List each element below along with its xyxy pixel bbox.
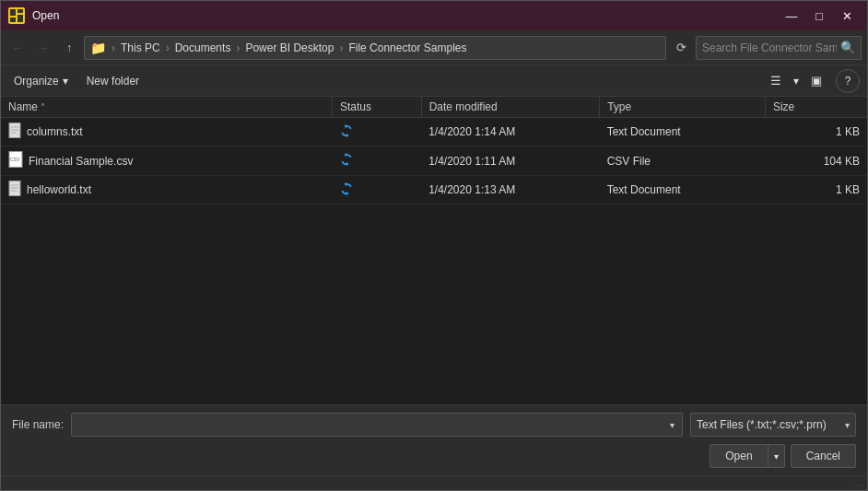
- file-size-cell: 1 KB: [765, 118, 867, 146]
- toolbar: Organize ▾ New folder ☰ ▾ ▣ ?: [1, 65, 867, 97]
- view-panel-button[interactable]: ▣: [804, 69, 828, 93]
- filetype-select-wrapper[interactable]: Text Files (*.txt;*.csv;*.prn) ▾: [690, 413, 856, 437]
- path-power-bi-desktop[interactable]: Power BI Desktop: [245, 41, 334, 54]
- filetype-dropdown-button[interactable]: ▾: [845, 420, 850, 430]
- cancel-button[interactable]: Cancel: [791, 444, 856, 468]
- open-button[interactable]: Open: [710, 444, 768, 468]
- sync-icon: [339, 126, 354, 141]
- file-date-cell: 1/4/2020 1:11 AM: [421, 146, 600, 176]
- new-folder-label: New folder: [87, 75, 139, 88]
- col-header-size[interactable]: Size: [765, 97, 867, 118]
- search-box[interactable]: 🔍: [696, 36, 862, 60]
- file-name-cell: CSVFinancial Sample.csv: [1, 146, 332, 176]
- open-dialog: Open — □ ✕ ← → ↑ 📁 › This PC › Documents…: [0, 0, 868, 491]
- refresh-button[interactable]: ⟳: [670, 37, 692, 59]
- open-dropdown-button[interactable]: ▾: [768, 444, 785, 468]
- svg-rect-4: [10, 18, 16, 22]
- path-documents[interactable]: Documents: [175, 41, 231, 54]
- file-type-cell: CSV File: [600, 146, 766, 176]
- status-dots: ...: [853, 478, 863, 488]
- bottom-bar: File name: ▾ Text Files (*.txt;*.csv;*.p…: [1, 404, 867, 475]
- address-path[interactable]: 📁 › This PC › Documents › Power BI Deskt…: [84, 36, 666, 60]
- filetype-label: Text Files (*.txt;*.csv;*.prn): [697, 418, 841, 431]
- filename-label: File name:: [12, 418, 64, 431]
- view-controls: ☰ ▾ ▣: [764, 69, 828, 93]
- svg-text:CSV: CSV: [10, 157, 20, 162]
- status-bar: ...: [1, 475, 867, 490]
- filename-input-wrapper[interactable]: ▾: [71, 413, 683, 437]
- path-this-pc[interactable]: This PC: [121, 41, 160, 54]
- file-table-header: Name ˄ Status Date modified Type Size: [1, 97, 867, 118]
- svg-rect-2: [18, 9, 23, 13]
- file-name-cell: columns.txt: [1, 118, 332, 146]
- file-area[interactable]: Name ˄ Status Date modified Type Size: [1, 97, 867, 404]
- col-header-status[interactable]: Status: [332, 97, 421, 118]
- path-file-connector-samples[interactable]: File Connector Samples: [348, 41, 466, 54]
- file-icon: [8, 181, 21, 199]
- file-table: Name ˄ Status Date modified Type Size: [1, 97, 867, 205]
- dialog-title: Open: [32, 9, 779, 22]
- file-type-cell: Text Document: [600, 176, 766, 205]
- file-size-cell: 1 KB: [765, 176, 867, 205]
- sync-icon: [339, 184, 354, 199]
- organize-dropdown-icon: ▾: [63, 75, 68, 88]
- file-name-text: Financial Sample.csv: [29, 155, 133, 168]
- help-button[interactable]: ?: [836, 69, 860, 93]
- file-name-text: columns.txt: [27, 125, 83, 138]
- sync-icon: [339, 155, 354, 170]
- file-name-cell: helloworld.txt: [1, 176, 332, 205]
- organize-label: Organize: [14, 75, 59, 88]
- file-status-cell: [332, 146, 421, 176]
- table-row[interactable]: CSVFinancial Sample.csv1/4/2020 1:11 AMC…: [1, 146, 867, 176]
- maximize-button[interactable]: □: [806, 3, 832, 29]
- folder-icon: 📁: [90, 41, 106, 55]
- address-bar: ← → ↑ 📁 › This PC › Documents › Power BI…: [1, 30, 867, 65]
- file-type-cell: Text Document: [600, 118, 766, 146]
- search-input[interactable]: [702, 41, 837, 54]
- title-bar: Open — □ ✕: [1, 1, 867, 30]
- new-folder-button[interactable]: New folder: [81, 72, 145, 90]
- table-row[interactable]: helloworld.txt1/4/2020 1:13 AMText Docum…: [1, 176, 867, 205]
- file-status-cell: [332, 118, 421, 146]
- table-row[interactable]: columns.txt1/4/2020 1:14 AMText Document…: [1, 118, 867, 146]
- forward-button[interactable]: →: [32, 37, 54, 59]
- file-date-cell: 1/4/2020 1:13 AM: [421, 176, 600, 205]
- file-icon: CSV: [8, 151, 23, 170]
- svg-rect-1: [10, 9, 16, 16]
- file-list: columns.txt1/4/2020 1:14 AMText Document…: [1, 118, 867, 205]
- back-button[interactable]: ←: [6, 37, 29, 59]
- file-icon: [8, 123, 21, 141]
- action-row: Open ▾ Cancel: [12, 444, 856, 468]
- col-header-date[interactable]: Date modified: [421, 97, 600, 118]
- minimize-button[interactable]: —: [779, 3, 804, 29]
- close-button[interactable]: ✕: [834, 3, 860, 29]
- file-status-cell: [332, 176, 421, 205]
- up-button[interactable]: ↑: [58, 37, 80, 59]
- window-controls: — □ ✕: [779, 3, 860, 29]
- search-icon: 🔍: [840, 41, 855, 54]
- col-header-type[interactable]: Type: [600, 97, 766, 118]
- filename-input[interactable]: [77, 418, 668, 431]
- organize-button[interactable]: Organize ▾: [8, 72, 74, 90]
- view-dropdown-button[interactable]: ▾: [792, 73, 801, 89]
- sort-arrow: ˄: [41, 102, 45, 112]
- svg-rect-3: [18, 15, 23, 22]
- filename-dropdown-button[interactable]: ▾: [668, 420, 676, 430]
- file-size-cell: 104 KB: [765, 146, 867, 176]
- file-date-cell: 1/4/2020 1:14 AM: [421, 118, 600, 146]
- col-header-name[interactable]: Name ˄: [1, 97, 332, 118]
- filename-row: File name: ▾ Text Files (*.txt;*.csv;*.p…: [12, 413, 856, 437]
- view-list-button[interactable]: ☰: [764, 69, 788, 93]
- file-name-text: helloworld.txt: [27, 183, 91, 196]
- open-button-group: Open ▾: [710, 444, 784, 468]
- app-icon: [8, 7, 25, 24]
